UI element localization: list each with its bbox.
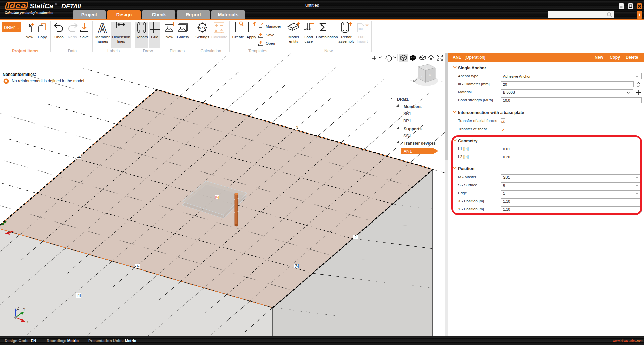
svg-text:X: X (429, 73, 431, 76)
svg-text:Y: Y (421, 75, 423, 78)
svg-text:®: ® (55, 3, 57, 6)
svg-text:</>: </> (199, 26, 206, 31)
svg-text:AN1: AN1 (404, 149, 412, 154)
svg-text:Z: Z (17, 307, 19, 310)
svg-text:X: X (26, 320, 29, 324)
svg-text:A: A (98, 21, 107, 35)
svg-text:idea: idea (6, 2, 27, 10)
svg-text:Z: Z (426, 66, 428, 69)
svg-text:StatiCa: StatiCa (30, 2, 53, 10)
svg-text:Y: Y (23, 308, 25, 311)
svg-text:DXF: DXF (358, 27, 364, 31)
svg-text:DETAIL: DETAIL (61, 3, 83, 10)
